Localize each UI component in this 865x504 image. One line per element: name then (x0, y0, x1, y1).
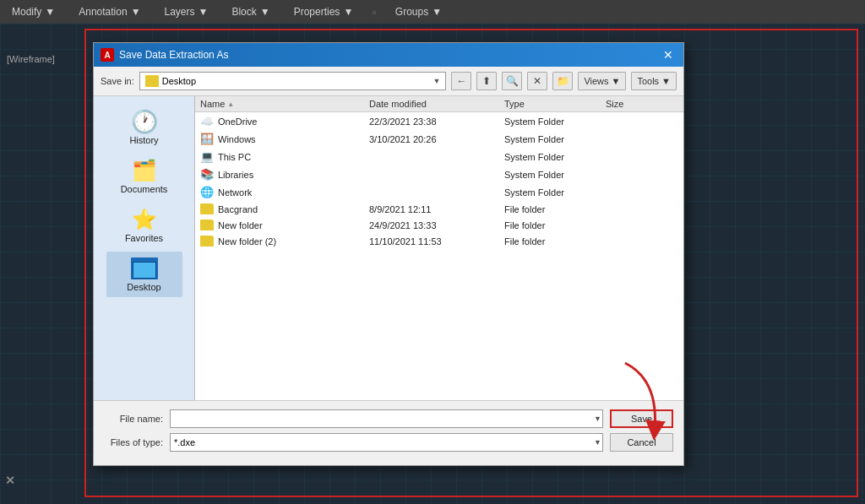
table-row[interactable]: 🪟 Windows 3/10/2021 20:26 System Folder (195, 130, 683, 148)
file-name-cell: Bacgrand (200, 203, 369, 214)
file-name-cell: 📚 Libraries (200, 168, 369, 181)
file-type-cell: System Folder (504, 187, 606, 198)
delete-button[interactable]: ✕ (527, 72, 547, 90)
file-type-cell: File folder (504, 236, 606, 247)
sort-arrow-icon: ▲ (227, 100, 234, 108)
file-name-cell: 🌐 Network (200, 186, 369, 198)
files-of-type-label: Files of type: (104, 437, 163, 447)
file-list: Name ▲ Date modified Type Size ☁️ OneDri… (195, 96, 683, 400)
file-type-wrapper: ▼ (170, 433, 603, 452)
file-type-cell: System Folder (504, 152, 606, 162)
sidebar-item-desktop[interactable]: Desktop (106, 252, 182, 297)
x-mark: ✕ (5, 474, 15, 487)
file-name-cell: 🪟 Windows (200, 133, 369, 145)
dialog-titlebar: A Save Data Extraction As ✕ (94, 43, 683, 67)
file-type-cell: System Folder (504, 170, 606, 180)
views-button[interactable]: Views ▼ (578, 72, 626, 90)
menu-modify[interactable]: Modify ▼ (7, 3, 60, 21)
autocad-icon: A (101, 48, 114, 62)
file-name-cell: ☁️ OneDrive (200, 115, 369, 127)
location-text: Desktop (162, 76, 430, 86)
dialog-body: 🕐 History 🗂️ Documents ⭐ Favorites (94, 96, 683, 400)
sidebar-item-documents[interactable]: 🗂️ Documents (106, 154, 182, 199)
input-dropdown-arrow-icon: ▼ (594, 415, 601, 423)
back-button[interactable]: ← (451, 72, 471, 90)
menu-block[interactable]: Block ▼ (226, 3, 275, 21)
new-folder-button[interactable]: 📁 (552, 72, 573, 90)
dialog-title: Save Data Extraction As (119, 49, 228, 61)
menu-groups[interactable]: Groups ▼ (390, 3, 447, 21)
file-name-cell: 💻 This PC (200, 150, 369, 163)
dialog-bottom: File name: ▼ Save Files of type: ▼ Cance… (94, 400, 683, 465)
tools-button[interactable]: Tools ▼ (631, 72, 677, 90)
folder-icon (200, 203, 214, 214)
file-date-cell: 11/10/2021 11:53 (369, 236, 504, 247)
table-row[interactable]: ☁️ OneDrive 22/3/2021 23:38 System Folde… (195, 112, 683, 130)
column-header-type[interactable]: Type (504, 99, 606, 109)
save-dialog: A Save Data Extraction As ✕ Save in: Des… (93, 42, 684, 466)
column-header-name[interactable]: Name ▲ (200, 99, 369, 109)
windows-icon: 🪟 (200, 133, 214, 145)
location-dropdown[interactable]: Desktop ▼ (139, 72, 447, 90)
menu-layers[interactable]: Layers ▼ (160, 3, 214, 21)
type-dropdown-arrow-icon: ▼ (594, 438, 601, 447)
views-arrow-icon: ▼ (612, 76, 621, 86)
favorites-label: Favorites (125, 233, 163, 243)
table-row[interactable]: New folder (2) 11/10/2021 11:53 File fol… (195, 233, 683, 249)
files-of-type-input[interactable] (170, 433, 603, 452)
thispc-icon: 💻 (200, 150, 214, 163)
dropdown-arrow-icon: ▼ (432, 77, 440, 85)
save-button[interactable]: Save (610, 409, 673, 428)
file-date-cell: 22/3/2021 23:38 (369, 117, 504, 127)
tools-arrow-icon: ▼ (661, 76, 671, 86)
file-name-input[interactable] (170, 409, 603, 428)
sidebar-item-history[interactable]: 🕐 History (106, 105, 182, 150)
table-row[interactable]: Bacgrand 8/9/2021 12:11 File folder (195, 201, 683, 217)
menu-bar: Modify ▼ Annotation ▼ Layers ▼ Block ▼ P… (0, 0, 865, 24)
left-panel: 🕐 History 🗂️ Documents ⭐ Favorites (94, 96, 195, 400)
file-name-label: File name: (104, 414, 163, 424)
desktop-label: Desktop (127, 282, 160, 292)
up-folder-button[interactable]: ⬆ (476, 72, 497, 90)
file-name-cell: New folder (200, 219, 369, 230)
sidebar-item-favorites[interactable]: ⭐ Favorites (106, 203, 182, 248)
file-type-cell: File folder (504, 204, 606, 214)
file-name-wrapper: ▼ (170, 409, 603, 428)
documents-icon: 🗂️ (131, 159, 158, 182)
column-header-date[interactable]: Date modified (369, 99, 504, 109)
cancel-button[interactable]: Cancel (610, 433, 673, 452)
save-in-label: Save in: (101, 76, 134, 86)
desktop-icon (131, 257, 158, 280)
file-date-cell: 24/9/2021 13:33 (369, 220, 504, 230)
dialog-titlebar-left: A Save Data Extraction As (101, 48, 228, 62)
menu-properties[interactable]: Properties ▼ (289, 3, 359, 21)
onedrive-icon: ☁️ (200, 115, 214, 127)
network-icon: 🌐 (200, 186, 214, 198)
file-list-header: Name ▲ Date modified Type Size (195, 96, 683, 112)
folder-icon (200, 236, 214, 247)
history-label: History (129, 135, 158, 145)
folder-icon (200, 219, 214, 230)
menu-annotation[interactable]: Annotation ▼ (73, 3, 145, 21)
dialog-close-button[interactable]: ✕ (660, 46, 677, 63)
libraries-icon: 📚 (200, 168, 214, 181)
column-header-size[interactable]: Size (606, 99, 673, 109)
history-icon: 🕐 (131, 110, 158, 133)
file-type-cell: System Folder (504, 117, 606, 127)
file-type-cell: System Folder (504, 134, 606, 144)
file-type-cell: File folder (504, 220, 606, 230)
table-row[interactable]: New folder 24/9/2021 13:33 File folder (195, 217, 683, 233)
folder-icon-small (145, 75, 159, 87)
table-row[interactable]: 💻 This PC System Folder (195, 148, 683, 165)
table-row[interactable]: 📚 Libraries System Folder (195, 165, 683, 183)
table-row[interactable]: 🌐 Network System Folder (195, 183, 683, 201)
dialog-toolbar: Save in: Desktop ▼ ← ⬆ 🔍 ✕ 📁 Views ▼ Too… (94, 67, 683, 96)
favorites-icon: ⭐ (131, 208, 158, 231)
file-date-cell: 3/10/2021 20:26 (369, 134, 504, 144)
search-web-button[interactable]: 🔍 (502, 72, 522, 90)
file-type-row: Files of type: ▼ Cancel (104, 433, 673, 452)
file-date-cell: 8/9/2021 12:11 (369, 204, 504, 214)
wireframe-label: [Wireframe] (7, 54, 55, 64)
menu-separator: » (372, 8, 377, 17)
file-name-cell: New folder (2) (200, 236, 369, 247)
